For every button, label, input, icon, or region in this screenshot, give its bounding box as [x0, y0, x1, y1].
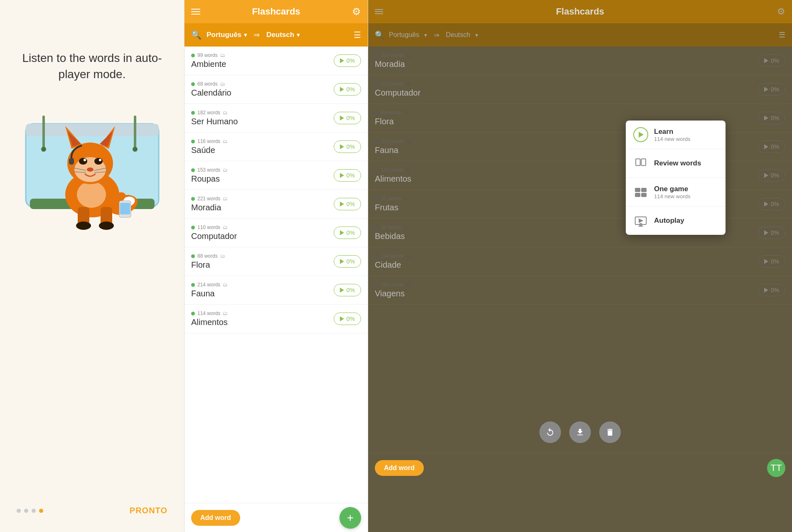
word-name: Saúde [191, 145, 228, 155]
context-menu-item-review[interactable]: Review words [626, 149, 726, 178]
word-info: 110 words 🗂 Computador [191, 224, 237, 241]
right-word-info: 81 words 🗂 Frutas [375, 196, 409, 212]
fab-plus-button[interactable]: + [339, 507, 361, 529]
word-status-dot [191, 54, 195, 57]
context-item-text: One game 114 new words [654, 185, 690, 200]
svg-rect-5 [133, 147, 138, 152]
context-menu-item-one_game[interactable]: One game 114 new words [626, 178, 726, 207]
autoplay-icon [633, 213, 648, 228]
word-meta: 182 words 🗂 [191, 110, 238, 116]
play-button[interactable]: 0% [334, 198, 361, 210]
right-play-triangle-icon [764, 288, 768, 293]
pronto-button[interactable]: PRONTO [130, 506, 167, 515]
word-list-item[interactable]: 221 words 🗂 Moradia 0% [184, 190, 368, 219]
word-list-item[interactable]: 99 words 🗂 Ambiente 0% [184, 47, 368, 75]
right-search-bar: 🔍 Português ▾ ⇒ Deutsch ▾ ☰ [368, 23, 792, 47]
folder-icon: 🗂 [223, 282, 228, 288]
word-list-item[interactable]: 68 words 🗂 Calendário 0% [184, 75, 368, 104]
filter-icon[interactable]: ☰ [354, 30, 361, 40]
right-settings-icon: ⚙ [777, 6, 785, 17]
right-word-count: 214 words [381, 138, 404, 144]
word-count: 68 words [197, 81, 218, 87]
right-word-count: 221 words [381, 52, 404, 58]
word-list-item[interactable]: 88 words 🗂 Flora 0% [184, 247, 368, 276]
right-folder-icon: 🗂 [404, 224, 409, 230]
svg-rect-38 [635, 193, 640, 197]
word-list-item[interactable]: 182 words 🗂 Ser Humano 0% [184, 104, 368, 133]
right-word-name: Viagens [375, 289, 411, 298]
right-play-triangle-icon [764, 173, 768, 178]
right-word-meta: 221 words 🗂 [375, 52, 411, 58]
language-from-selector[interactable]: Português ▾ [207, 31, 247, 39]
right-add-word-button[interactable]: Add word [375, 460, 424, 476]
play-triangle-icon [340, 230, 344, 235]
word-status-dot [191, 82, 195, 86]
search-icon[interactable]: 🔍 [191, 30, 202, 40]
word-count: 88 words [197, 253, 218, 259]
word-meta: 116 words 🗂 [191, 138, 228, 144]
right-lang-from-label: Português [389, 31, 419, 39]
word-name: Moradia [191, 203, 228, 212]
right-folder-icon: 🗂 [404, 110, 409, 116]
right-play-percent: 0% [771, 287, 779, 293]
right-word-count: 143 words [381, 282, 404, 288]
play-percent: 0% [347, 57, 355, 64]
play-percent: 0% [347, 86, 355, 93]
right-fab-button[interactable]: TT [767, 459, 785, 477]
play-button[interactable]: 0% [334, 54, 361, 67]
word-list-item[interactable]: 110 words 🗂 Computador 0% [184, 219, 368, 247]
word-count: 99 words [197, 52, 218, 58]
context-item-label: Autoplay [654, 217, 684, 225]
play-button[interactable]: 0% [334, 227, 361, 239]
word-list-item[interactable]: 114 words 🗂 Alimentos 0% [184, 305, 368, 333]
play-button[interactable]: 0% [334, 313, 361, 325]
word-list-item[interactable]: 153 words 🗂 Roupas 0% [184, 161, 368, 190]
right-play-percent: 0% [771, 229, 779, 236]
word-count: 182 words [197, 110, 220, 116]
right-play-percent: 0% [771, 258, 779, 265]
play-percent: 0% [347, 287, 355, 293]
onboarding-panel: Listen to the words in auto-player mode. [0, 0, 184, 532]
language-to-selector[interactable]: Deutsch ▾ [266, 31, 300, 39]
right-word-name: Fauna [375, 145, 411, 155]
context-item-label: Review words [654, 159, 701, 167]
hamburger-menu-icon[interactable] [191, 9, 200, 15]
word-name: Computador [191, 232, 237, 241]
hamburger-line-1 [191, 9, 200, 10]
context-item-label: One game [654, 185, 690, 193]
right-word-list-item: 88 words 🗂 Flora 0% [368, 104, 792, 133]
play-button[interactable]: 0% [334, 83, 361, 96]
learn-play-triangle [639, 132, 644, 138]
svg-rect-29 [69, 158, 74, 165]
right-play-percent: 0% [771, 115, 779, 121]
play-button[interactable]: 0% [334, 255, 361, 268]
add-word-button[interactable]: Add word [191, 510, 240, 526]
word-info: 99 words 🗂 Ambiente [191, 52, 226, 69]
word-status-dot [191, 312, 195, 315]
word-info: 88 words 🗂 Flora [191, 253, 225, 270]
export-button[interactable] [569, 421, 591, 443]
flashcards-panel: Flashcards ⚙ 🔍 Português ▾ ⇒ Deutsch ▾ ☰… [184, 0, 368, 532]
word-meta: 110 words 🗂 [191, 224, 237, 230]
word-count: 221 words [197, 196, 220, 202]
play-button[interactable]: 0% [334, 284, 361, 296]
folder-icon: 🗂 [223, 138, 228, 144]
right-play-btn: 0% [758, 227, 785, 239]
play-percent: 0% [347, 201, 355, 207]
settings-icon[interactable]: ⚙ [352, 6, 361, 17]
search-bar: 🔍 Português ▾ ⇒ Deutsch ▾ ☰ [184, 23, 368, 47]
delete-button[interactable] [599, 421, 621, 443]
context-menu-item-autoplay[interactable]: Autoplay [626, 207, 726, 235]
word-status-dot [191, 197, 195, 201]
reset-button[interactable] [539, 421, 561, 443]
review-icon [633, 156, 648, 171]
play-button[interactable]: 0% [334, 169, 361, 182]
dot-2 [24, 509, 28, 513]
context-menu-item-learn[interactable]: Learn 114 new words [626, 121, 726, 149]
word-list-item[interactable]: 214 words 🗂 Fauna 0% [184, 276, 368, 305]
word-list-item[interactable]: 116 words 🗂 Saúde 0% [184, 133, 368, 161]
word-status-dot [191, 254, 195, 258]
play-button[interactable]: 0% [334, 112, 361, 124]
play-button[interactable]: 0% [334, 140, 361, 153]
word-status-dot [191, 226, 195, 229]
